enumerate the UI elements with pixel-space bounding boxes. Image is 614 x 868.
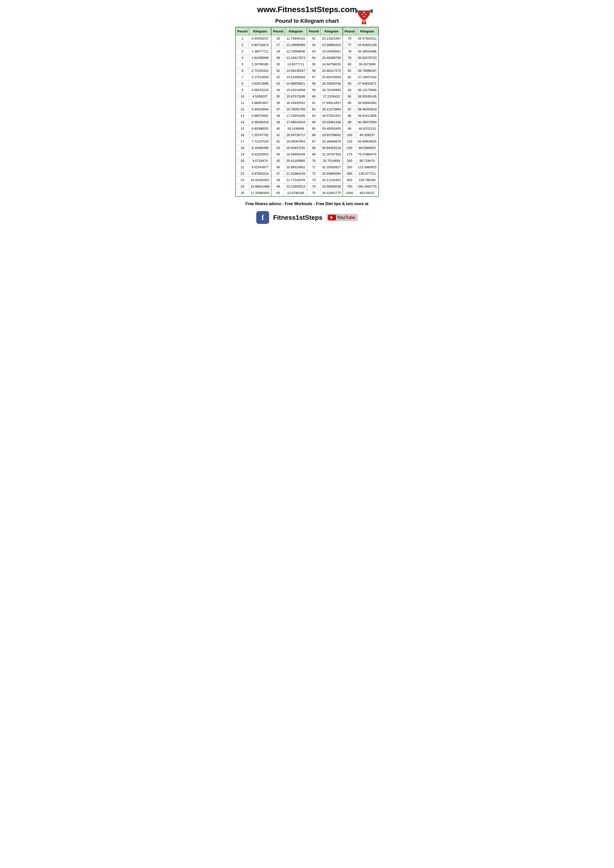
kg-val-c2: 18.59728717 [285,132,307,138]
pound-val-c1: 10 [236,93,249,100]
kg-val-c2: 16.78291769 [285,106,307,113]
pound-val-c4: 76 [343,36,356,42]
pound-val-c1: 7 [236,74,249,81]
table-row: 20 9.0718474 45 20.41165665 70 31.751465… [236,158,378,164]
kg-val-c4: 79.37866475 [356,151,378,158]
table-row: 21 9.52543977 46 20.86524902 71 32.20505… [236,164,378,170]
kg-val-c4: 38.55535145 [356,93,378,100]
kg-val-c1: 3.62873896 [249,81,271,87]
pound-val-c3: 53 [307,48,320,55]
pound-val-c1: 8 [236,81,249,87]
table-row: 3 1.36077711 28 12.70058636 53 24.040395… [236,48,378,55]
pound-val-c1: 15 [236,126,249,132]
pound-val-c1: 17 [236,138,249,145]
kg-val-c4: 35.83379723 [356,55,378,61]
pound-val-c2: 46 [272,164,285,170]
kg-val-c2: 14.51495584 [285,74,307,81]
kg-val-c3: 25.85476509 [320,74,342,81]
kg-val-c3: 24.04039561 [320,48,342,55]
table-row: 25 11.33980925 50 22.6796185 75 34.01942… [236,190,378,196]
brand-name[interactable]: Fitness1stSteps [273,214,322,222]
table-row: 11 4.98951607 36 16.32932532 61 27.66913… [236,100,378,106]
kg-val-c3: 24.94758035 [320,61,342,68]
table-row: 12 5.44310844 37 16.78291769 62 28.12272… [236,106,378,113]
kg-val-c3: 30.84428116 [320,145,342,151]
kg-val-c3: 27.66913457 [320,100,342,106]
pound-val-c3: 62 [307,106,320,113]
kg-val-c1: 7.25747792 [249,132,271,138]
kg-val-c4: 35.38020486 [356,48,378,55]
pound-val-c4: 83 [343,81,356,87]
col-header-kg-3: Kilogram [320,28,342,36]
kg-val-c3: 29.48350405 [320,126,342,132]
kg-val-c3: 26.30835746 [320,81,342,87]
table-row: 10 4.5359237 35 15.87573295 60 27.215542… [236,93,378,100]
kg-val-c2: 15.87573295 [285,93,307,100]
pound-val-c3: 69 [307,151,320,158]
pound-val-c1: 12 [236,106,249,113]
col-header-kg-2: Kilogram [285,28,307,36]
pound-val-c1: 21 [236,164,249,170]
kg-val-c3: 23.13321087 [320,36,342,42]
pound-val-c3: 65 [307,126,320,132]
kg-val-c2: 20.41165665 [285,158,307,164]
table-row: 16 7.25747792 41 18.59728717 66 29.93709… [236,132,378,138]
pound-val-c3: 54 [307,55,320,61]
pound-val-c2: 38 [272,113,285,119]
col-header-pound-1: Pound [236,28,249,36]
conversion-table: Pound Kilogram Pound Kilogram Pound Kilo… [236,27,378,196]
kg-val-c3: 34.01942775 [320,190,342,196]
pound-val-c4: 150 [343,145,356,151]
kg-val-c2: 12.24699399 [285,42,307,48]
pound-val-c1: 16 [236,132,249,138]
kg-val-c4: 34.47302012 [356,36,378,42]
pound-val-c3: 66 [307,132,320,138]
kg-val-c1: 0.90718474 [249,42,271,48]
kg-val-c4: 40.36972093 [356,119,378,126]
kg-val-c4: 39.46253619 [356,106,378,113]
kg-val-c3: 26.76194983 [320,87,342,93]
pound-val-c1: 14 [236,119,249,126]
pound-val-c3: 51 [307,36,320,42]
pound-val-c2: 45 [272,158,285,164]
pound-val-c2: 26 [272,36,285,42]
table-row: 22 9.97903214 47 21.31884139 72 32.65865… [236,170,378,177]
pound-val-c2: 50 [272,190,285,196]
pound-val-c1: 18 [236,145,249,151]
kg-val-c1: 9.97903214 [249,170,271,177]
pound-val-c4: 81 [343,68,356,74]
pound-val-c3: 58 [307,81,320,87]
conversion-table-wrapper: Pound Kilogram Pound Kilogram Pound Kilo… [235,27,379,197]
pound-val-c1: 4 [236,55,249,61]
pound-val-c4: 88 [343,113,356,119]
pound-val-c4: 84 [343,87,356,93]
table-row: 17 7.71107029 42 19.05087954 67 30.39068… [236,138,378,145]
pound-val-c4: 89 [343,119,356,126]
pound-val-c2: 44 [272,151,285,158]
table-row: 15 6.80388555 40 18.1436948 65 29.483504… [236,126,378,132]
footer-social: f Fitness1stSteps YouTube [235,211,379,224]
youtube-badge[interactable]: YouTube [326,214,358,221]
kg-val-c2: 18.1436948 [285,126,307,132]
pound-val-c2: 37 [272,106,285,113]
kg-val-c2: 13.15417873 [285,55,307,61]
kg-val-c1: 4.5359237 [249,93,271,100]
pound-val-c2: 48 [272,177,285,183]
kg-val-c4: 34.92661249 [356,42,378,48]
kg-val-c1: 6.35029318 [249,119,271,126]
pound-val-c1: 2 [236,42,249,48]
kg-val-c1: 1.81436948 [249,55,271,61]
kg-val-c4: 113.3980925 [356,164,378,170]
pound-val-c4: 86 [343,100,356,106]
pound-val-c3: 55 [307,61,320,68]
pound-val-c1: 22 [236,170,249,177]
pound-val-c3: 57 [307,74,320,81]
kg-val-c2: 17.69010243 [285,119,307,126]
pound-val-c2: 39 [272,119,285,126]
facebook-icon[interactable]: f [256,211,269,224]
pound-val-c4: 300 [343,170,356,177]
pound-val-c1: 13 [236,113,249,119]
kg-val-c1: 8.61825503 [249,151,271,158]
kg-val-c3: 33.11224301 [320,177,342,183]
pound-val-c3: 63 [307,113,320,119]
